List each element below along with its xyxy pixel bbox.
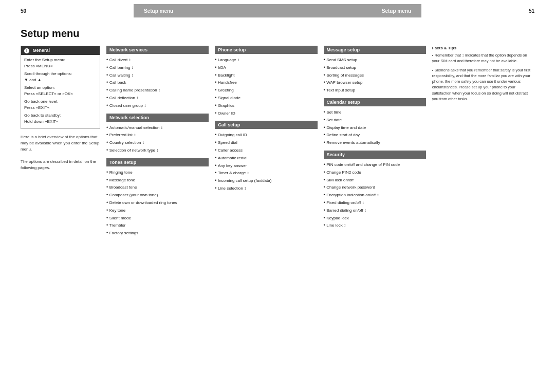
tones-setup-header: Tones setup xyxy=(106,158,209,166)
col-phone: Phone setup Language ↕IrDABacklightHands… xyxy=(215,46,317,386)
list-item: Line selection ↕ xyxy=(215,184,317,192)
list-item: Delete own or downloaded ring tones xyxy=(106,199,209,207)
list-item: Language ↕ xyxy=(215,56,317,64)
col-general: ! General Enter the Setup menu:Press »ME… xyxy=(21,46,100,386)
header-title-left: Setup menu xyxy=(144,8,173,14)
page-number-left: 50 xyxy=(21,8,26,14)
facts-tips-paragraph: • Siemens asks that you remember that sa… xyxy=(432,67,534,102)
list-item: Greeting xyxy=(215,86,317,94)
facts-tips-title: Facts & Tips xyxy=(432,46,534,50)
facts-tips-box: Facts & Tips • Remember that ↕ indicates… xyxy=(432,46,534,102)
network-selection-header: Network selection xyxy=(106,114,209,122)
phone-setup-body: Language ↕IrDABacklightHandsfreeGreeting… xyxy=(215,56,317,117)
list-item: Broadcast tone xyxy=(106,183,209,191)
list-item: Silent mode xyxy=(106,214,209,222)
general-body: Enter the Setup menu:Press »MENU« Scroll… xyxy=(21,55,100,128)
list-item: Any key answer xyxy=(215,162,317,170)
calendar-setup-header: Calendar setup xyxy=(324,98,426,106)
security-section: Security PIN code on/off and change of P… xyxy=(324,151,426,229)
list-item: Calling name presentation ↕ xyxy=(106,86,209,94)
list-item: Selection of network type ↕ xyxy=(106,146,209,154)
list-item: Automatic/manual selection ↕ xyxy=(106,124,209,132)
header-inner: Setup menu Setup menu xyxy=(134,4,421,17)
list-item: IrDA xyxy=(215,64,317,71)
list-item: Backlight xyxy=(215,71,317,79)
list-item: Incoming call setup (fax/data) xyxy=(215,177,317,184)
list-item: Change network password xyxy=(324,183,426,191)
list-item: Signal diode xyxy=(215,94,317,102)
network-selection-body: Automatic/manual selection ↕Preferred li… xyxy=(106,124,209,154)
general-box: ! General Enter the Setup menu:Press »ME… xyxy=(21,46,100,129)
list-item: Closed user group ↕ xyxy=(106,102,209,109)
message-setup-body: Send SMS setupBroadcast setupSorting of … xyxy=(324,56,426,94)
security-body: PIN code on/off and change of PIN codeCh… xyxy=(324,161,426,229)
list-item: Timer & charge ↕ xyxy=(215,169,317,177)
general-step-4: Go back one level:Press »EXIT« xyxy=(24,99,97,111)
calendar-setup-body: Set timeSet dateDisplay time and dateDef… xyxy=(324,108,426,146)
list-item: Key tone xyxy=(106,207,209,214)
message-setup-header: Message setup xyxy=(324,46,426,54)
general-description: Here is a brief overview of the options … xyxy=(21,134,100,171)
list-item: Owner ID xyxy=(215,109,317,117)
columns-wrapper: ! General Enter the Setup menu:Press »ME… xyxy=(21,46,534,386)
network-services-body: Call divert ↕Call barring ↕Call waiting … xyxy=(106,56,209,109)
list-item: SIM lock on/off xyxy=(324,176,426,184)
col-facts: Facts & Tips • Remember that ↕ indicates… xyxy=(432,46,534,386)
list-item: Sorting of messages xyxy=(324,71,426,79)
list-item: Keypad lock xyxy=(324,214,426,222)
col-network: Network services Call divert ↕Call barri… xyxy=(106,46,209,386)
list-item: Line lock ↕ xyxy=(324,221,426,229)
tones-setup-section: Tones setup Ringing toneMessage toneBroa… xyxy=(106,158,209,237)
list-item: Set date xyxy=(324,116,426,124)
list-item: Speed dial xyxy=(215,139,317,146)
list-item: Change PIN2 code xyxy=(324,169,426,176)
network-selection-section: Network selection Automatic/manual selec… xyxy=(106,114,209,154)
general-step-5: Go back to standby:Hold down »EXIT« xyxy=(24,113,97,125)
network-services-header: Network services xyxy=(106,46,209,54)
list-item: Call deflection ↕ xyxy=(106,94,209,102)
list-item: Call barring ↕ xyxy=(106,64,209,71)
page-container: 50 Setup menu Setup menu 51 Setup menu !… xyxy=(0,0,555,392)
list-item: Remove events automatically xyxy=(324,139,426,146)
list-item: Display time and date xyxy=(324,124,426,132)
general-header: ! General xyxy=(21,46,100,55)
list-item: Outgoing call ID xyxy=(215,131,317,139)
general-step-1: Enter the Setup menu:Press »MENU« xyxy=(24,57,97,69)
list-item: WAP browser setup xyxy=(324,79,426,86)
list-item: Call waiting ↕ xyxy=(106,71,209,79)
facts-tips-paragraph: • Remember that ↕ indicates that the opt… xyxy=(432,52,534,64)
list-item: Trembler xyxy=(106,221,209,229)
list-item: Encryption indication on/off ↕ xyxy=(324,191,426,199)
list-item: Call back xyxy=(106,79,209,86)
list-item: Handsfree xyxy=(215,79,317,86)
phone-setup-section: Phone setup Language ↕IrDABacklightHands… xyxy=(215,46,317,117)
list-item: Preferred list ↕ xyxy=(106,131,209,139)
col-message: Message setup Send SMS setupBroadcast se… xyxy=(324,46,426,386)
list-item: Call divert ↕ xyxy=(106,56,209,64)
list-item: Caller access xyxy=(215,146,317,154)
list-item: Country selection ↕ xyxy=(106,139,209,146)
call-setup-body: Outgoing call IDSpeed dialCaller accessA… xyxy=(215,131,317,192)
list-item: Graphics xyxy=(215,102,317,109)
tones-setup-body: Ringing toneMessage toneBroadcast toneCo… xyxy=(106,169,209,237)
security-header: Security xyxy=(324,151,426,159)
list-item: Define start of day xyxy=(324,131,426,139)
list-item: Composer (your own tone) xyxy=(106,191,209,199)
phone-setup-header: Phone setup xyxy=(215,46,317,54)
list-item: Set time xyxy=(324,108,426,116)
list-item: Automatic redial xyxy=(215,154,317,162)
header-title-right: Setup menu xyxy=(382,8,411,14)
call-setup-section: Call setup Outgoing call IDSpeed dialCal… xyxy=(215,121,317,192)
list-item: Text input setup xyxy=(324,86,426,94)
list-item: Factory settings xyxy=(106,229,209,237)
list-item: Fixed dialing on/off ↕ xyxy=(324,199,426,207)
facts-tips-body: • Remember that ↕ indicates that the opt… xyxy=(432,52,534,102)
call-setup-header: Call setup xyxy=(215,121,317,129)
list-item: Broadcast setup xyxy=(324,64,426,71)
main-content: Setup menu ! General Enter the Setup men… xyxy=(0,22,555,392)
general-step-3: Select an option:Press »SELECT« or »OK« xyxy=(24,85,97,97)
page-number-right: 51 xyxy=(529,8,534,14)
header-bar: 50 Setup menu Setup menu 51 xyxy=(0,0,555,22)
message-setup-section: Message setup Send SMS setupBroadcast se… xyxy=(324,46,426,94)
calendar-setup-section: Calendar setup Set timeSet dateDisplay t… xyxy=(324,98,426,146)
